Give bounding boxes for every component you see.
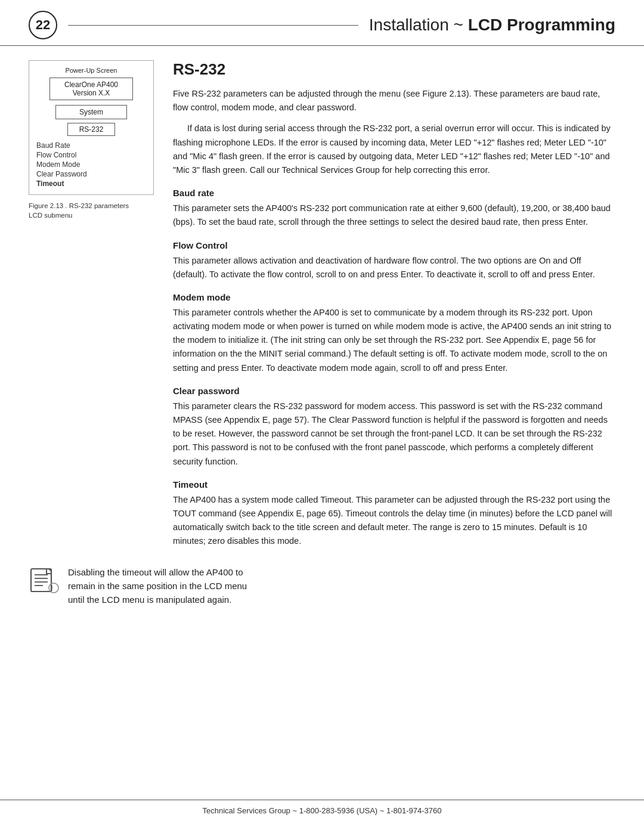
diagram-rs232-label: RS-232 [79, 125, 104, 134]
menu-item-flow-control: Flow Control [36, 150, 148, 160]
diagram-label-top: Power-Up Screen [34, 67, 148, 74]
figure-caption: Figure 2.13 . RS-232 parameters LCD subm… [29, 201, 154, 220]
page-footer: Technical Services Group ~ 1-800-283-593… [0, 800, 644, 815]
svg-point-6 [49, 583, 58, 593]
svg-text:!: ! [51, 584, 53, 593]
fig-caption-line2: LCD submenu [29, 212, 73, 219]
bell-svg: ! [29, 565, 60, 596]
footer-text: Technical Services Group ~ 1-800-283-593… [202, 806, 441, 815]
note-text-content: Disabling the timeout will allow the AP4… [68, 567, 247, 605]
menu-item-modem-mode: Modem Mode [36, 160, 148, 169]
lcd-diagram: Power-Up Screen ClearOne AP400 Version X… [29, 60, 154, 195]
header-title-sep: ~ [454, 16, 468, 34]
section-title: RS-232 [173, 60, 615, 79]
diagram-clearone-line1: ClearOne AP400 [64, 80, 118, 89]
diagram-system-label: System [79, 108, 103, 116]
subsection-title-modem-mode: Modem mode [173, 292, 615, 302]
menu-item-clear-password: Clear Password [36, 169, 148, 179]
subsection-title-flow-control: Flow Control [173, 240, 615, 250]
subsection-title-timeout: Timeout [173, 479, 615, 490]
header-title-part1: Installation [369, 16, 449, 34]
menu-item-baud-rate: Baud Rate [36, 141, 148, 150]
intro-paragraph-1: Five RS-232 parameters can be adjusted t… [173, 87, 615, 114]
diagram-system-box: System [55, 105, 127, 119]
header-title: Installation ~ LCD Programming [369, 16, 615, 35]
menu-item-timeout: Timeout [36, 179, 148, 188]
diagram-rs232-box: RS-232 [67, 123, 115, 136]
note-icon: ! [29, 565, 60, 599]
header-title-part2: LCD Programming [468, 16, 615, 34]
svg-rect-0 [31, 569, 51, 592]
left-column: Power-Up Screen ClearOne AP400 Version X… [29, 60, 154, 551]
flow-control-body: This parameter allows activation and dea… [173, 254, 615, 281]
diagram-clearone-line2: Version X.X [73, 89, 110, 97]
fig-caption-line1: Figure 2.13 . RS-232 parameters [29, 202, 129, 209]
note-text: Disabling the timeout will allow the AP4… [68, 565, 253, 607]
baud-rate-body: This parameter sets the AP400's RS-232 p… [173, 202, 615, 229]
page-number: 22 [29, 11, 57, 39]
modem-mode-body: This parameter controls whether the AP40… [173, 306, 615, 375]
bottom-note-area: ! Disabling the timeout will allow the A… [0, 557, 644, 607]
diagram-clearone-box: ClearOne AP400 Version X.X [49, 78, 133, 100]
page-header: 22 Installation ~ LCD Programming [0, 0, 644, 46]
subsection-title-baud-rate: Baud rate [173, 188, 615, 198]
main-content: Power-Up Screen ClearOne AP400 Version X… [0, 46, 644, 551]
header-divider [68, 25, 358, 26]
intro-paragraph-2: If data is lost during serial access thr… [173, 122, 615, 177]
clear-password-body: This parameter clears the RS-232 passwor… [173, 400, 615, 469]
diagram-menu-list: Baud Rate Flow Control Modem Mode Clear … [34, 141, 148, 188]
right-column: RS-232 Five RS-232 parameters can be adj… [173, 60, 615, 551]
subsection-title-clear-password: Clear password [173, 386, 615, 396]
timeout-body: The AP400 has a system mode called Timeo… [173, 493, 615, 549]
